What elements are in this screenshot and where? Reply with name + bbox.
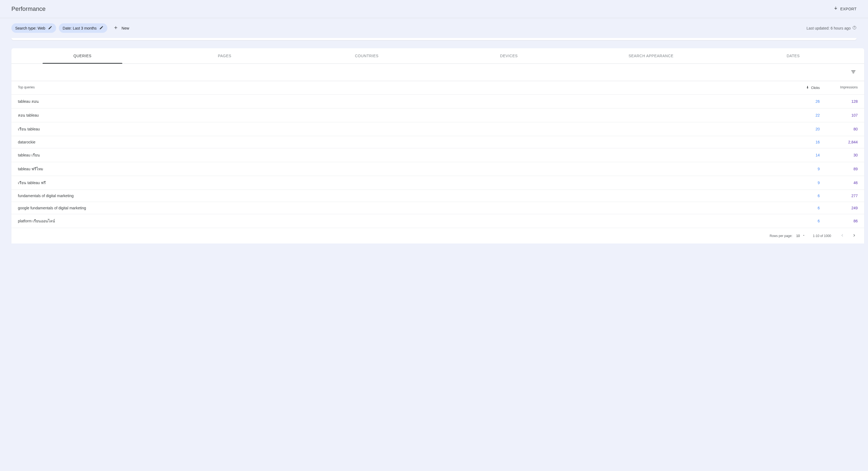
sort-down-icon	[806, 86, 809, 90]
filter-chips-container: Search type: Web Date: Last 3 months New	[11, 23, 132, 33]
impressions-cell: 80	[820, 127, 858, 131]
download-icon	[833, 6, 838, 12]
query-cell: สอน tableau	[18, 112, 782, 118]
chevron-left-icon	[840, 234, 845, 239]
chevron-right-icon	[852, 234, 857, 239]
impressions-cell: 86	[820, 219, 858, 223]
new-label: New	[122, 26, 129, 30]
table-row[interactable]: เรียน tableau ฟรี946	[11, 176, 864, 190]
query-cell: tableau ฟรีไหม	[18, 166, 782, 172]
column-header-query[interactable]: Top queries	[18, 86, 782, 90]
column-header-impressions[interactable]: Impressions	[820, 86, 858, 90]
rows-per-page-label: Rows per page:	[770, 234, 792, 238]
query-cell: google fundamentals of digital marketing	[18, 206, 782, 210]
date-chip[interactable]: Date: Last 3 months	[59, 23, 107, 33]
main-card: QUERIESPAGESCOUNTRIESDEVICESSEARCH APPEA…	[11, 48, 864, 244]
column-header-clicks[interactable]: Clicks	[782, 86, 820, 90]
tab-pages[interactable]: PAGES	[153, 48, 296, 63]
table-row[interactable]: datarockie162,844	[11, 136, 864, 148]
table-row[interactable]: เรียน tableau2080	[11, 122, 864, 136]
impressions-cell: 46	[820, 181, 858, 185]
impressions-cell: 277	[820, 194, 858, 198]
query-cell: tableau สอน	[18, 98, 782, 104]
pagination: Rows per page: 10 1-10 of 1000	[11, 228, 864, 244]
tab-countries[interactable]: COUNTRIES	[296, 48, 438, 63]
filter-button[interactable]	[849, 67, 858, 77]
tab-dates[interactable]: DATES	[722, 48, 864, 63]
next-page-button[interactable]	[850, 232, 858, 240]
pencil-icon	[48, 26, 52, 31]
table-row[interactable]: platform เรียนออนไลน์686	[11, 214, 864, 228]
clicks-cell: 14	[782, 153, 820, 157]
dropdown-icon	[802, 234, 805, 238]
prev-page-button[interactable]	[839, 232, 846, 240]
plus-icon	[113, 25, 118, 31]
clicks-cell: 20	[782, 127, 820, 131]
last-updated-text: Last updated: 6 hours ago	[806, 26, 850, 30]
clicks-cell: 6	[782, 194, 820, 198]
pagination-range: 1-10 of 1000	[813, 234, 831, 238]
tab-queries[interactable]: QUERIES	[11, 48, 153, 63]
new-filter-button[interactable]: New	[110, 23, 132, 33]
table-row[interactable]: tableau ฟรีไหม989	[11, 162, 864, 176]
table-row[interactable]: tableau สอน26128	[11, 94, 864, 108]
chart-card-bottom	[11, 38, 857, 40]
pencil-icon	[99, 26, 103, 31]
clicks-cell: 9	[782, 181, 820, 185]
clicks-cell: 6	[782, 219, 820, 223]
query-cell: เรียน tableau ฟรี	[18, 180, 782, 186]
query-cell: datarockie	[18, 140, 782, 144]
search-type-label: Search type: Web	[15, 26, 45, 30]
query-cell: fundamentals of digital marketing	[18, 194, 782, 198]
tab-search-appearance[interactable]: SEARCH APPEARANCE	[580, 48, 722, 63]
rows-per-page-select[interactable]: 10	[796, 234, 805, 238]
export-button[interactable]: EXPORT	[833, 6, 857, 12]
export-label: EXPORT	[840, 7, 857, 11]
page-title: Performance	[11, 5, 45, 12]
table-row[interactable]: google fundamentals of digital marketing…	[11, 202, 864, 214]
table-row[interactable]: fundamentals of digital marketing6277	[11, 190, 864, 202]
clicks-cell: 6	[782, 206, 820, 210]
tab-devices[interactable]: DEVICES	[438, 48, 580, 63]
tabs-container: QUERIESPAGESCOUNTRIESDEVICESSEARCH APPEA…	[11, 48, 864, 64]
query-cell: platform เรียนออนไลน์	[18, 218, 782, 224]
impressions-cell: 89	[820, 167, 858, 171]
impressions-cell: 128	[820, 99, 858, 103]
query-cell: tableau เรียน	[18, 152, 782, 158]
impressions-cell: 30	[820, 153, 858, 157]
table-row[interactable]: tableau เรียน1430	[11, 148, 864, 162]
table-body: tableau สอน26128สอน tableau22107เรียน ta…	[11, 94, 864, 228]
rows-value: 10	[796, 234, 800, 238]
query-cell: เรียน tableau	[18, 126, 782, 132]
date-label: Date: Last 3 months	[63, 26, 96, 30]
help-icon[interactable]	[852, 26, 857, 31]
impressions-cell: 107	[820, 113, 858, 117]
search-type-chip[interactable]: Search type: Web	[11, 23, 56, 33]
clicks-cell: 16	[782, 140, 820, 144]
impressions-cell: 2,844	[820, 140, 858, 144]
table-header: Top queries Clicks Impressions	[11, 81, 864, 94]
clicks-header-label: Clicks	[811, 86, 820, 90]
clicks-cell: 26	[782, 99, 820, 103]
clicks-cell: 9	[782, 167, 820, 171]
filter-icon	[850, 71, 856, 75]
clicks-cell: 22	[782, 113, 820, 117]
last-updated: Last updated: 6 hours ago	[806, 26, 857, 31]
impressions-cell: 249	[820, 206, 858, 210]
table-row[interactable]: สอน tableau22107	[11, 108, 864, 122]
